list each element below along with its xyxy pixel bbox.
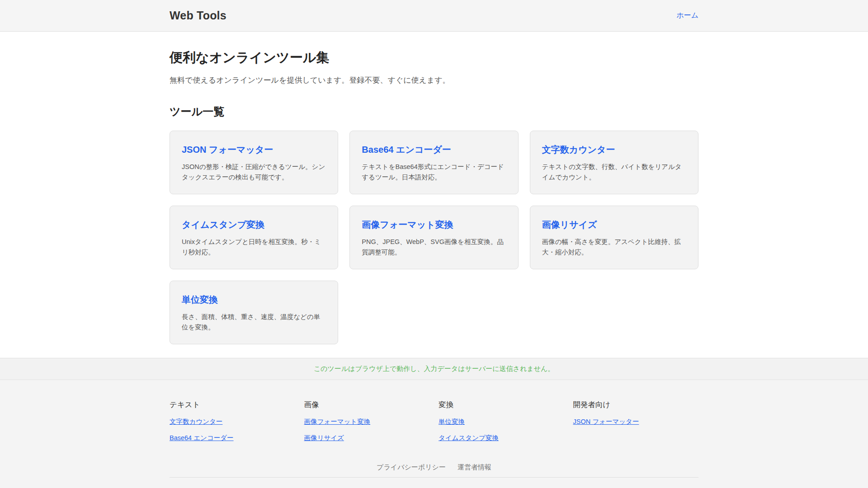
tool-card-image-format-converter[interactable]: 画像フォーマット変換 PNG、JPEG、WebP、SVG画像を相互変換。品質調整… xyxy=(349,206,518,269)
tool-link-char-counter[interactable]: 文字数カウンター xyxy=(542,144,615,156)
page-title: 便利なオンラインツール集 xyxy=(170,49,698,67)
tool-desc: 画像の幅・高さを変更。アスペクト比維持、拡大・縮小対応。 xyxy=(542,237,686,258)
tool-card-base64-encoder[interactable]: Base64 エンコーダー テキストをBase64形式にエンコード・デコードする… xyxy=(349,131,518,194)
footer-link-char-counter[interactable]: 文字数カウンター xyxy=(170,418,222,426)
footer-link-timestamp-converter[interactable]: タイムスタンプ変換 xyxy=(439,434,499,442)
site-header: Web Tools ホーム xyxy=(0,0,868,32)
footer-link-base64-encoder[interactable]: Base64 エンコーダー xyxy=(170,434,234,442)
tool-desc: テキストの文字数、行数、バイト数をリアルタイムでカウント。 xyxy=(542,162,686,183)
tools-grid: JSON フォーマッター JSONの整形・検証・圧縮ができるツール。シンタックス… xyxy=(170,131,698,344)
tool-card-timestamp-converter[interactable]: タイムスタンプ変換 Unixタイムスタンプと日時を相互変換。秒・ミリ秒対応。 xyxy=(170,206,338,269)
footer-link-image-format-converter[interactable]: 画像フォーマット変換 xyxy=(304,418,371,426)
privacy-notice-text: このツールはブラウザ上で動作し、入力データはサーバーに送信されません。 xyxy=(314,365,555,372)
footer-col-heading: 変換 xyxy=(439,400,564,410)
main-content: 便利なオンラインツール集 無料で使えるオンラインツールを提供しています。登録不要… xyxy=(0,32,868,358)
tool-card-image-resize[interactable]: 画像リサイズ 画像の幅・高さを変更。アスペクト比維持、拡大・縮小対応。 xyxy=(530,206,698,269)
footer-col-heading: テキスト xyxy=(170,400,295,410)
nav-home-link[interactable]: ホーム xyxy=(676,11,698,20)
tool-link-base64-encoder[interactable]: Base64 エンコーダー xyxy=(362,144,451,156)
footer-col-text: テキスト 文字数カウンター Base64 エンコーダー xyxy=(170,400,295,442)
tool-link-json-formatter[interactable]: JSON フォーマッター xyxy=(182,144,273,156)
tool-desc: JSONの整形・検証・圧縮ができるツール。シンタックスエラーの検出も可能です。 xyxy=(182,162,326,183)
tool-card-unit-converter[interactable]: 単位変換 長さ、面積、体積、重さ、速度、温度などの単位を変換。 xyxy=(170,281,338,344)
footer-col-image: 画像 画像フォーマット変換 画像リサイズ xyxy=(304,400,430,442)
page-subtitle: 無料で使えるオンラインツールを提供しています。登録不要、すぐに使えます。 xyxy=(170,75,698,85)
tool-link-image-format-converter[interactable]: 画像フォーマット変換 xyxy=(362,219,453,231)
tool-card-json-formatter[interactable]: JSON フォーマッター JSONの整形・検証・圧縮ができるツール。シンタックス… xyxy=(170,131,338,194)
footer-link-json-formatter[interactable]: JSON フォーマッター xyxy=(573,418,639,426)
tool-desc: テキストをBase64形式にエンコード・デコードするツール。日本語対応。 xyxy=(362,162,506,183)
copyright-text: © 2026 Web Tools. All rights reserved. xyxy=(170,478,698,488)
footer-link-image-resize[interactable]: 画像リサイズ xyxy=(304,434,344,442)
tool-desc: 長さ、面積、体積、重さ、速度、温度などの単位を変換。 xyxy=(182,312,326,333)
privacy-policy-link[interactable]: プライバシーポリシー xyxy=(377,463,446,472)
tool-desc: Unixタイムスタンプと日時を相互変換。秒・ミリ秒対応。 xyxy=(182,237,326,258)
tool-link-timestamp-converter[interactable]: タイムスタンプ変換 xyxy=(182,219,264,231)
privacy-notice-strip: このツールはブラウザ上で動作し、入力データはサーバーに送信されません。 xyxy=(0,358,868,380)
tool-link-image-resize[interactable]: 画像リサイズ xyxy=(542,219,597,231)
tools-section-heading: ツール一覧 xyxy=(170,104,698,119)
site-footer: テキスト 文字数カウンター Base64 エンコーダー 画像 画像フォーマット変… xyxy=(0,380,868,488)
footer-link-unit-converter[interactable]: 単位変換 xyxy=(439,418,465,426)
footer-col-heading: 開発者向け xyxy=(573,400,699,410)
footer-col-heading: 画像 xyxy=(304,400,430,410)
footer-col-convert: 変換 単位変換 タイムスタンプ変換 xyxy=(439,400,564,442)
footer-col-developer: 開発者向け JSON フォーマッター xyxy=(573,400,699,442)
tool-link-unit-converter[interactable]: 単位変換 xyxy=(182,294,218,306)
brand-title: Web Tools xyxy=(170,9,226,22)
footer-columns: テキスト 文字数カウンター Base64 エンコーダー 画像 画像フォーマット変… xyxy=(170,400,698,442)
operator-info-link[interactable]: 運営者情報 xyxy=(458,463,491,472)
tool-desc: PNG、JPEG、WebP、SVG画像を相互変換。品質調整可能。 xyxy=(362,237,506,258)
footer-legal-links: プライバシーポリシー 運営者情報 xyxy=(170,463,698,478)
tool-card-char-counter[interactable]: 文字数カウンター テキストの文字数、行数、バイト数をリアルタイムでカウント。 xyxy=(530,131,698,194)
